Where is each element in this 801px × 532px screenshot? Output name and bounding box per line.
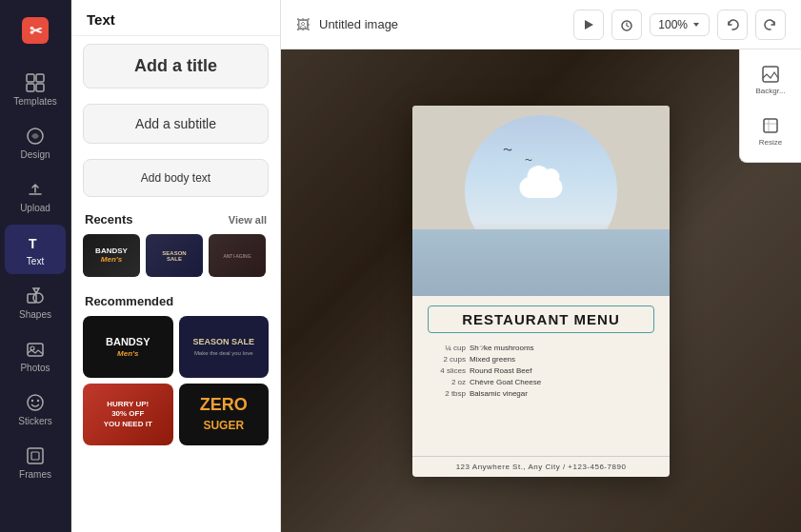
amount-4: 2 oz — [428, 378, 466, 386]
view-all-link[interactable]: View all — [229, 214, 267, 226]
bird-2: 〜 — [525, 155, 532, 166]
background-button[interactable]: Backgr... — [746, 55, 795, 105]
sidebar-item-frames-label: Frames — [19, 469, 51, 480]
water-area — [412, 229, 670, 296]
recommended-item-season[interactable]: SEASON SALEMake the deal you love — [179, 316, 270, 378]
add-subtitle-button[interactable]: Add a subtitle — [83, 104, 269, 144]
ingredient-5: Balsamic vinegar — [470, 389, 654, 398]
svg-rect-2 — [27, 74, 34, 82]
design-card[interactable]: 〜 〜 〜 RESTAURANT MENU ¼ cup Sh⁻⁄ke mushr… — [412, 106, 670, 477]
sidebar-item-templates[interactable]: Templates — [5, 65, 66, 114]
svg-point-12 — [30, 346, 34, 350]
sidebar-item-text[interactable]: T Text — [5, 225, 66, 274]
ingredient-3: Round Roast Beef — [470, 366, 654, 375]
background-label: Backgr... — [755, 87, 785, 95]
svg-point-15 — [37, 400, 39, 402]
image-icon: 🖼 — [296, 17, 310, 32]
top-bar-actions: 100% — [573, 10, 786, 40]
svg-rect-11 — [28, 344, 43, 356]
cloud-body — [520, 177, 563, 198]
amount-3: 4 slices — [428, 366, 466, 375]
sidebar-item-photos-label: Photos — [20, 363, 50, 373]
shapes-icon — [25, 286, 46, 306]
redo-button[interactable] — [755, 10, 786, 40]
ingredient-row-1: ¼ cup Sh⁻⁄ke mushrooms — [428, 343, 654, 354]
sidebar-item-stickers-label: Stickers — [18, 416, 52, 426]
ingredient-row-2: 2 cups Mixed greens — [428, 354, 654, 365]
recommended-section-header: Recommended — [71, 286, 280, 312]
text-panel: Text Add a title Add a subtitle Add body… — [71, 0, 281, 532]
canvas-area: 🖼 Untitled image 100% — [281, 0, 801, 532]
templates-icon — [25, 72, 46, 93]
sidebar-item-design-label: Design — [20, 149, 50, 160]
document-title: Untitled image — [319, 17, 564, 31]
recommended-label: Recommended — [85, 294, 173, 308]
recommended-item-hurry[interactable]: HURRY UP!30% OFFYOU NEED IT — [83, 384, 173, 445]
ingredient-4: Chèvre Goat Cheese — [470, 378, 654, 386]
recommended-grid: BANDSYMen's SEASON SALEMake the deal you… — [71, 312, 280, 455]
sidebar-item-templates-label: Templates — [13, 96, 57, 107]
background-icon — [761, 65, 780, 84]
svg-rect-5 — [36, 84, 44, 91]
play-button[interactable] — [573, 10, 604, 40]
ingredient-2: Mixed greens — [470, 355, 654, 364]
svg-rect-3 — [36, 74, 44, 82]
sidebar: ✂ Templates Design Upload T Text Shapes — [0, 0, 71, 532]
sidebar-item-shapes-label: Shapes — [19, 309, 51, 320]
zoom-control[interactable]: 100% — [650, 13, 710, 36]
card-footer: 123 Anywhere St., Any City / +123-456-78… — [412, 456, 670, 477]
ingredient-1: Sh⁻⁄ke mushrooms — [470, 344, 654, 352]
sidebar-item-frames[interactable]: Frames — [5, 438, 66, 487]
undo-button[interactable] — [717, 10, 748, 40]
recommended-item-zero[interactable]: ZEROSUGER — [179, 384, 270, 445]
panel-header: Text — [71, 0, 280, 36]
resize-label: Resize — [759, 138, 782, 147]
svg-text:✂: ✂ — [30, 23, 43, 39]
upload-icon — [25, 179, 46, 200]
text-icon: T — [25, 232, 46, 253]
card-top-art: 〜 〜 〜 — [412, 106, 670, 296]
add-body-button[interactable]: Add body text — [83, 159, 269, 197]
cloud-shape — [520, 177, 563, 198]
recommended-item-bandsy[interactable]: BANDSYMen's — [83, 316, 173, 378]
recent-item-anti[interactable]: ANTI-AGING — [209, 234, 266, 277]
svg-marker-10 — [33, 288, 39, 293]
sidebar-item-photos[interactable]: Photos — [5, 331, 66, 381]
canvas-viewport[interactable]: Backgr... Resize 〜 〜 〜 — [281, 49, 801, 532]
svg-point-13 — [28, 395, 43, 410]
logo: ✂ — [14, 10, 56, 55]
svg-rect-16 — [28, 448, 43, 463]
recent-item-bandsy[interactable]: BANDSYMen's — [83, 234, 140, 277]
float-side-panel: Backgr... Resize — [739, 49, 801, 163]
menu-title: RESTAURANT MENU — [436, 311, 646, 327]
ingredient-row-4: 2 oz Chèvre Goat Cheese — [428, 377, 654, 388]
ingredient-row-3: 4 slices Round Roast Beef — [428, 365, 654, 377]
menu-title-box: RESTAURANT MENU — [428, 305, 654, 333]
sidebar-item-design[interactable]: Design — [5, 118, 66, 167]
svg-text:T: T — [29, 236, 37, 251]
chevron-down-icon — [691, 20, 701, 30]
zoom-value: 100% — [658, 18, 688, 31]
sidebar-item-upload-label: Upload — [20, 203, 50, 213]
amount-1: ¼ cup — [428, 344, 466, 352]
svg-rect-22 — [764, 119, 777, 132]
logo-icon: ✂ — [22, 17, 49, 44]
svg-marker-20 — [693, 23, 699, 27]
stickers-icon — [25, 392, 46, 413]
frames-icon — [25, 445, 46, 466]
design-icon — [25, 126, 46, 147]
sidebar-item-shapes[interactable]: Shapes — [5, 278, 66, 327]
sidebar-item-stickers[interactable]: Stickers — [5, 384, 66, 434]
recent-item-season[interactable]: SEASONSALE — [146, 234, 203, 277]
resize-button[interactable]: Resize — [746, 107, 795, 156]
card-content: RESTAURANT MENU ¼ cup Sh⁻⁄ke mushrooms 2… — [412, 296, 670, 456]
svg-marker-18 — [585, 20, 593, 30]
timer-button[interactable] — [611, 10, 642, 40]
svg-rect-17 — [31, 452, 39, 460]
ingredients-table: ¼ cup Sh⁻⁄ke mushrooms 2 cups Mixed gree… — [428, 343, 654, 400]
add-title-button[interactable]: Add a title — [83, 44, 269, 89]
recents-grid: BANDSYMen's SEASONSALE ANTI-AGING — [71, 230, 280, 286]
svg-point-14 — [31, 400, 33, 402]
amount-5: 2 tbsp — [428, 389, 466, 398]
sidebar-item-upload[interactable]: Upload — [5, 171, 66, 221]
